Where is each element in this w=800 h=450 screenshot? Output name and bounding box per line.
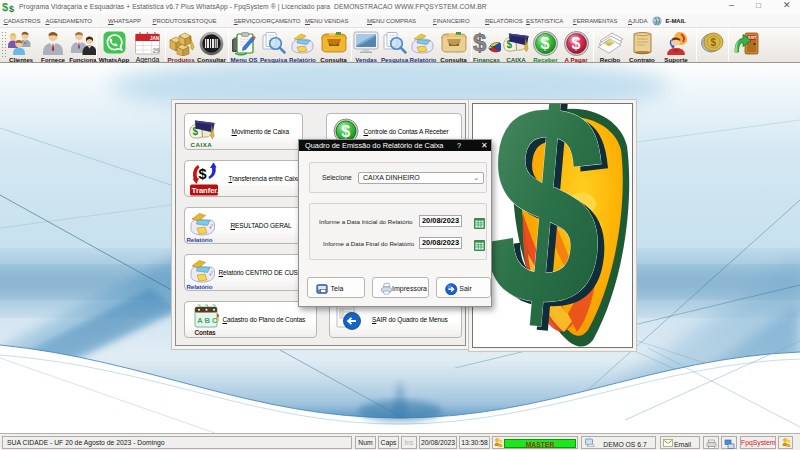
svg-text:29: 29 (153, 47, 161, 54)
svg-text:$: $ (473, 31, 487, 56)
svg-text:$: $ (541, 35, 550, 52)
svg-text:$: $ (341, 123, 350, 140)
svg-text:Tranfer.: Tranfer. (191, 186, 218, 195)
svg-text:JAN: JAN (150, 36, 159, 41)
svg-text:$: $ (2, 1, 8, 13)
svg-text:$: $ (9, 4, 14, 13)
svg-text:$: $ (198, 166, 206, 182)
svg-text:$: $ (571, 35, 580, 52)
svg-text:$: $ (710, 37, 716, 48)
svg-text:ABC: ABC (197, 315, 219, 324)
